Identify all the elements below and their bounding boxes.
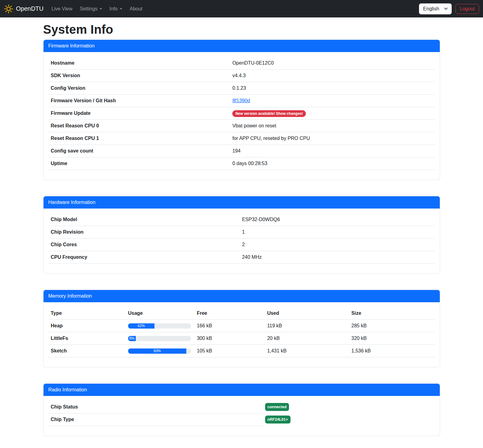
table-row: Chip Revision 1 bbox=[48, 226, 435, 239]
table-row: SDK Version v4.4.3 bbox=[48, 70, 435, 82]
row-value: 194 bbox=[230, 145, 435, 157]
nav-item-settings[interactable]: Settings bbox=[77, 4, 105, 14]
sketch-progress-bar: 93% bbox=[128, 348, 187, 354]
table-header-row: Type Usage Free Used Size bbox=[48, 307, 435, 320]
row-label: Chip Model bbox=[48, 213, 240, 226]
row-value: 240 MHz bbox=[240, 251, 435, 264]
nav-item-label: About bbox=[130, 6, 143, 12]
navbar-left: OpenDTU Live View Settings Info About bbox=[4, 4, 146, 14]
row-value: 119 kB bbox=[265, 320, 349, 332]
navbar-right: English Logout bbox=[419, 3, 479, 14]
row-value: 1,431 kB bbox=[265, 345, 349, 357]
caret-down-icon bbox=[100, 8, 102, 9]
row-value: 20 kB bbox=[265, 332, 349, 345]
row-value: ESP32-D0WDQ6 bbox=[240, 213, 435, 226]
firmware-update-badge[interactable]: New version available! Show changes! bbox=[232, 110, 306, 117]
nav-item-about[interactable]: About bbox=[127, 4, 145, 14]
row-value: New version available! Show changes! bbox=[230, 107, 435, 120]
progress-track: 93% bbox=[128, 348, 191, 354]
row-label: Firmware Update bbox=[48, 107, 230, 120]
firmware-card-body: Hostname OpenDTU-0E12C0 SDK Version v4.4… bbox=[44, 52, 440, 180]
row-value: 8f1390d bbox=[230, 95, 435, 107]
row-label: Firmware Version / Git Hash bbox=[48, 95, 230, 107]
memory-table: Type Usage Free Used Size Heap 42% bbox=[48, 307, 435, 357]
nav-item-info[interactable]: Info bbox=[107, 4, 125, 14]
row-value: 0.1.23 bbox=[230, 82, 435, 95]
chip-type-badge: nRF24L01+ bbox=[265, 416, 291, 424]
column-header-type: Type bbox=[48, 307, 126, 320]
progress-label: 6% bbox=[129, 336, 135, 341]
progress-label: 93% bbox=[154, 348, 161, 354]
table-row: Heap 42% 166 kB 119 kB 285 kB bbox=[48, 320, 435, 332]
table-row: Config save count 194 bbox=[48, 145, 435, 157]
language-select-value: English bbox=[423, 6, 439, 12]
memory-card-header: Memory Information bbox=[44, 290, 440, 302]
table-row: Config Version 0.1.23 bbox=[48, 82, 435, 95]
firmware-table: Hostname OpenDTU-0E12C0 SDK Version v4.4… bbox=[48, 57, 435, 170]
table-row: Chip Cores 2 bbox=[48, 239, 435, 251]
row-value: 1 bbox=[240, 226, 435, 239]
row-label: LittleFs bbox=[48, 332, 126, 345]
chip-status-badge: connected bbox=[265, 403, 289, 411]
row-value: 166 kB bbox=[194, 320, 265, 332]
table-row: Reset Reason CPU 1 for APP CPU, reseted … bbox=[48, 132, 435, 145]
row-label: Reset Reason CPU 1 bbox=[48, 132, 230, 145]
row-label: Chip Type bbox=[51, 417, 74, 422]
usage-cell: 6% bbox=[126, 332, 194, 345]
navbar: OpenDTU Live View Settings Info About En… bbox=[0, 0, 483, 17]
hardware-card-header: Hardware Information bbox=[44, 196, 440, 209]
row-label: Chip Status bbox=[51, 404, 78, 410]
table-row: Hostname OpenDTU-0E12C0 bbox=[48, 57, 435, 70]
table-row: Reset Reason CPU 0 Vbat power on reset bbox=[48, 120, 435, 132]
table-row: Sketch 93% 105 kB 1,431 kB 1,536 kB bbox=[48, 345, 435, 357]
table-row: CPU Frequency 240 MHz bbox=[48, 251, 435, 264]
row-label: Sketch bbox=[48, 345, 126, 357]
row-label: CPU Frequency bbox=[48, 251, 240, 264]
row-value: 105 kB bbox=[194, 345, 265, 357]
progress-label: 42% bbox=[138, 323, 145, 329]
row-value: v4.4.3 bbox=[230, 70, 435, 82]
column-header-size: Size bbox=[349, 307, 435, 320]
git-hash-link[interactable]: 8f1390d bbox=[232, 98, 250, 103]
table-row: Chip Status connected bbox=[48, 401, 263, 413]
page-title: System Info bbox=[43, 23, 440, 36]
row-value: for APP CPU, reseted by PRO CPU bbox=[230, 132, 435, 145]
column-header-used: Used bbox=[265, 307, 349, 320]
progress-track: 42% bbox=[128, 323, 191, 329]
caret-down-icon bbox=[120, 8, 122, 9]
column-header-usage: Usage bbox=[126, 307, 194, 320]
row-label: Config Version bbox=[48, 82, 230, 95]
hardware-card-body: Chip Model ESP32-D0WDQ6 Chip Revision 1 … bbox=[44, 209, 440, 273]
row-label: Reset Reason CPU 0 bbox=[48, 120, 230, 132]
logout-button[interactable]: Logout bbox=[455, 4, 479, 14]
table-row: Chip Model ESP32-D0WDQ6 bbox=[48, 213, 435, 226]
brand-link[interactable]: OpenDTU bbox=[4, 4, 44, 13]
firmware-card-header: Firmware Information bbox=[44, 40, 440, 52]
firmware-information-card: Firmware Information Hostname OpenDTU-0E… bbox=[43, 40, 440, 180]
nav-item-label: Live View bbox=[51, 6, 72, 12]
nav-item-label: Info bbox=[109, 6, 118, 12]
row-value: 320 kB bbox=[349, 332, 435, 345]
row-label: Heap bbox=[48, 320, 126, 332]
column-header-free: Free bbox=[194, 307, 265, 320]
row-value: OpenDTU-0E12C0 bbox=[230, 57, 435, 70]
radio-information-card: Radio Information Chip Status connected … bbox=[43, 383, 440, 436]
row-value: 1,536 kB bbox=[349, 345, 435, 357]
usage-cell: 93% bbox=[126, 345, 194, 357]
row-label: Hostname bbox=[48, 57, 230, 70]
language-select[interactable]: English bbox=[419, 3, 452, 14]
table-row: Firmware Version / Git Hash 8f1390d bbox=[48, 95, 435, 107]
row-label: Uptime bbox=[48, 157, 230, 170]
radio-card-header: Radio Information bbox=[44, 384, 440, 396]
row-value: 0 days 00:28:53 bbox=[230, 157, 435, 170]
table-row: LittleFs 6% 300 kB 20 kB 320 kB bbox=[48, 332, 435, 345]
nav-item-live-view[interactable]: Live View bbox=[49, 4, 75, 14]
main-container: System Info Firmware Information Hostnam… bbox=[43, 23, 440, 436]
radio-card-body: Chip Status connected Chip Type nRF24L01… bbox=[44, 396, 440, 436]
chevron-down-icon bbox=[444, 6, 447, 9]
table-row: Chip Type nRF24L01+ bbox=[48, 413, 263, 426]
nav-links: Live View Settings Info About bbox=[48, 4, 146, 14]
usage-cell: 42% bbox=[126, 320, 194, 332]
row-value: Vbat power on reset bbox=[230, 120, 435, 132]
table-row: Uptime 0 days 00:28:53 bbox=[48, 157, 435, 170]
